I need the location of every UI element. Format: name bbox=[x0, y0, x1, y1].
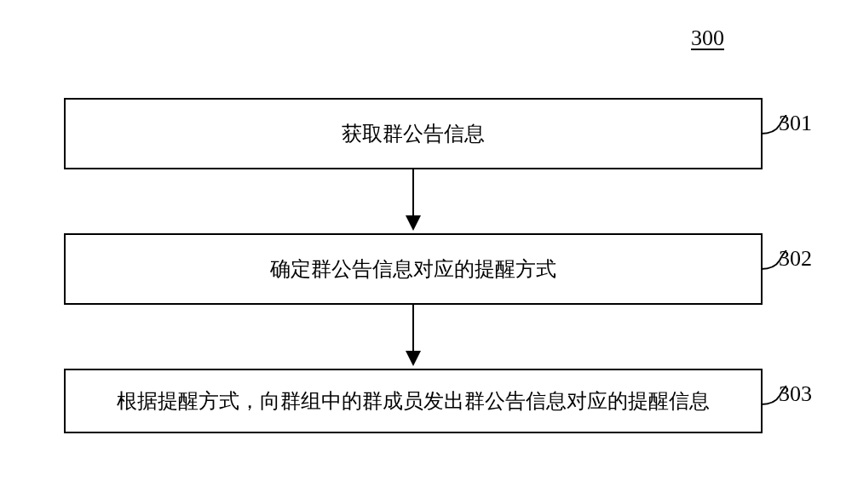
step-text: 确定群公告信息对应的提醒方式 bbox=[270, 258, 556, 280]
svg-marker-1 bbox=[406, 215, 421, 231]
arrow-down bbox=[64, 305, 763, 369]
step-box-303: 303 根据提醒方式，向群组中的群成员发出群公告信息对应的提醒信息 bbox=[64, 369, 763, 433]
arrow-down bbox=[64, 169, 763, 233]
flowchart-container: 301 获取群公告信息 302 确定群公告信息对应的提醒方式 303 根据提醒方… bbox=[64, 98, 788, 433]
step-box-301: 301 获取群公告信息 bbox=[64, 98, 763, 169]
step-number: 302 bbox=[779, 242, 812, 275]
step-number: 303 bbox=[779, 377, 812, 410]
step-text: 根据提醒方式，向群组中的群成员发出群公告信息对应的提醒信息 bbox=[117, 390, 710, 412]
step-text: 获取群公告信息 bbox=[342, 123, 485, 145]
svg-marker-3 bbox=[406, 351, 421, 366]
diagram-label: 300 bbox=[691, 26, 724, 51]
step-number: 301 bbox=[779, 106, 812, 140]
step-box-302: 302 确定群公告信息对应的提醒方式 bbox=[64, 233, 763, 305]
